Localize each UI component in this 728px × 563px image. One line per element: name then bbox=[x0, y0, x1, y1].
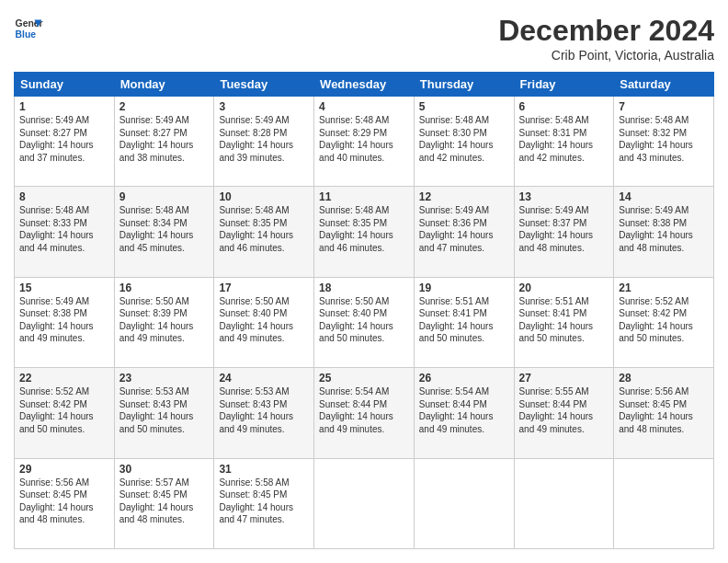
cell-content: Sunrise: 5:48 AMSunset: 8:33 PMDaylight:… bbox=[19, 204, 109, 254]
calendar-cell: 30Sunrise: 5:57 AMSunset: 8:45 PMDayligh… bbox=[114, 458, 214, 548]
cell-content: Sunrise: 5:49 AMSunset: 8:37 PMDaylight:… bbox=[519, 204, 609, 254]
calendar-cell: 28Sunrise: 5:56 AMSunset: 8:45 PMDayligh… bbox=[614, 368, 714, 458]
day-number: 31 bbox=[219, 463, 309, 476]
calendar-cell: 15Sunrise: 5:49 AMSunset: 8:38 PMDayligh… bbox=[15, 277, 115, 367]
day-number: 12 bbox=[419, 190, 509, 203]
calendar-cell: 25Sunrise: 5:54 AMSunset: 8:44 PMDayligh… bbox=[314, 368, 415, 458]
col-tuesday: Tuesday bbox=[214, 73, 314, 97]
calendar-cell: 6Sunrise: 5:48 AMSunset: 8:31 PMDaylight… bbox=[514, 97, 614, 187]
cell-content: Sunrise: 5:55 AMSunset: 8:44 PMDaylight:… bbox=[519, 385, 609, 435]
cell-content: Sunrise: 5:48 AMSunset: 8:34 PMDaylight:… bbox=[119, 204, 210, 254]
cell-content: Sunrise: 5:56 AMSunset: 8:45 PMDaylight:… bbox=[19, 477, 109, 526]
calendar-cell: 22Sunrise: 5:52 AMSunset: 8:42 PMDayligh… bbox=[15, 368, 115, 458]
cell-content: Sunrise: 5:49 AMSunset: 8:38 PMDaylight:… bbox=[19, 295, 109, 345]
calendar-cell: 29Sunrise: 5:56 AMSunset: 8:45 PMDayligh… bbox=[15, 458, 115, 548]
day-number: 17 bbox=[219, 282, 309, 294]
header: General Blue December 2024 Crib Point, V… bbox=[14, 14, 714, 63]
day-number: 27 bbox=[519, 372, 609, 385]
calendar-cell: 10Sunrise: 5:48 AMSunset: 8:35 PMDayligh… bbox=[214, 187, 314, 277]
month-title: December 2024 bbox=[498, 14, 714, 48]
svg-text:Blue: Blue bbox=[16, 29, 37, 40]
calendar-cell: 31Sunrise: 5:58 AMSunset: 8:45 PMDayligh… bbox=[214, 458, 314, 548]
calendar-cell: 4Sunrise: 5:48 AMSunset: 8:29 PMDaylight… bbox=[314, 97, 415, 187]
cell-content: Sunrise: 5:48 AMSunset: 8:32 PMDaylight:… bbox=[619, 114, 709, 164]
day-number: 14 bbox=[619, 190, 709, 203]
calendar-cell: 1Sunrise: 5:49 AMSunset: 8:27 PMDaylight… bbox=[15, 97, 115, 187]
col-thursday: Thursday bbox=[414, 73, 514, 97]
day-number: 22 bbox=[19, 372, 109, 385]
cell-content: Sunrise: 5:48 AMSunset: 8:35 PMDaylight:… bbox=[319, 204, 409, 254]
col-sunday: Sunday bbox=[15, 73, 115, 97]
cell-content: Sunrise: 5:52 AMSunset: 8:42 PMDaylight:… bbox=[19, 385, 109, 435]
cell-content: Sunrise: 5:50 AMSunset: 8:39 PMDaylight:… bbox=[119, 295, 210, 345]
cell-content: Sunrise: 5:52 AMSunset: 8:42 PMDaylight:… bbox=[619, 295, 709, 345]
calendar-cell: 19Sunrise: 5:51 AMSunset: 8:41 PMDayligh… bbox=[414, 277, 514, 367]
cell-content: Sunrise: 5:58 AMSunset: 8:45 PMDaylight:… bbox=[219, 477, 309, 526]
calendar-table: Sunday Monday Tuesday Wednesday Thursday… bbox=[14, 72, 714, 549]
day-number: 18 bbox=[319, 282, 409, 294]
calendar-cell: 20Sunrise: 5:51 AMSunset: 8:41 PMDayligh… bbox=[514, 277, 614, 367]
calendar-cell bbox=[514, 458, 614, 548]
day-number: 16 bbox=[119, 282, 210, 294]
day-number: 8 bbox=[19, 190, 109, 203]
day-number: 3 bbox=[219, 100, 309, 113]
day-number: 19 bbox=[419, 282, 509, 294]
cell-content: Sunrise: 5:50 AMSunset: 8:40 PMDaylight:… bbox=[219, 295, 309, 345]
calendar-cell: 13Sunrise: 5:49 AMSunset: 8:37 PMDayligh… bbox=[514, 187, 614, 277]
week-row-5: 29Sunrise: 5:56 AMSunset: 8:45 PMDayligh… bbox=[15, 458, 714, 548]
calendar-cell: 7Sunrise: 5:48 AMSunset: 8:32 PMDaylight… bbox=[614, 97, 714, 187]
cell-content: Sunrise: 5:54 AMSunset: 8:44 PMDaylight:… bbox=[419, 385, 509, 435]
day-number: 21 bbox=[619, 282, 709, 294]
day-number: 5 bbox=[419, 100, 509, 113]
cell-content: Sunrise: 5:56 AMSunset: 8:45 PMDaylight:… bbox=[619, 385, 709, 435]
day-number: 30 bbox=[119, 463, 210, 476]
col-friday: Friday bbox=[514, 73, 614, 97]
cell-content: Sunrise: 5:49 AMSunset: 8:27 PMDaylight:… bbox=[19, 114, 109, 164]
subtitle: Crib Point, Victoria, Australia bbox=[498, 48, 714, 63]
cell-content: Sunrise: 5:50 AMSunset: 8:40 PMDaylight:… bbox=[319, 295, 409, 345]
day-number: 24 bbox=[219, 372, 309, 385]
day-number: 13 bbox=[519, 190, 609, 203]
week-row-3: 15Sunrise: 5:49 AMSunset: 8:38 PMDayligh… bbox=[15, 277, 714, 367]
logo: General Blue bbox=[14, 14, 43, 43]
header-row: Sunday Monday Tuesday Wednesday Thursday… bbox=[15, 73, 714, 97]
day-number: 29 bbox=[19, 463, 109, 476]
day-number: 7 bbox=[619, 100, 709, 113]
calendar-cell: 9Sunrise: 5:48 AMSunset: 8:34 PMDaylight… bbox=[114, 187, 214, 277]
cell-content: Sunrise: 5:54 AMSunset: 8:44 PMDaylight:… bbox=[319, 385, 409, 435]
cell-content: Sunrise: 5:49 AMSunset: 8:36 PMDaylight:… bbox=[419, 204, 509, 254]
logo-icon: General Blue bbox=[14, 14, 43, 43]
cell-content: Sunrise: 5:49 AMSunset: 8:28 PMDaylight:… bbox=[219, 114, 309, 164]
day-number: 25 bbox=[319, 372, 409, 385]
day-number: 28 bbox=[619, 372, 709, 385]
day-number: 11 bbox=[319, 190, 409, 203]
calendar-cell: 5Sunrise: 5:48 AMSunset: 8:30 PMDaylight… bbox=[414, 97, 514, 187]
calendar-cell: 12Sunrise: 5:49 AMSunset: 8:36 PMDayligh… bbox=[414, 187, 514, 277]
calendar-cell bbox=[414, 458, 514, 548]
calendar-cell: 18Sunrise: 5:50 AMSunset: 8:40 PMDayligh… bbox=[314, 277, 415, 367]
calendar-cell bbox=[614, 458, 714, 548]
col-saturday: Saturday bbox=[614, 73, 714, 97]
calendar-cell: 21Sunrise: 5:52 AMSunset: 8:42 PMDayligh… bbox=[614, 277, 714, 367]
day-number: 26 bbox=[419, 372, 509, 385]
calendar-cell: 11Sunrise: 5:48 AMSunset: 8:35 PMDayligh… bbox=[314, 187, 415, 277]
cell-content: Sunrise: 5:51 AMSunset: 8:41 PMDaylight:… bbox=[419, 295, 509, 345]
day-number: 4 bbox=[319, 100, 409, 113]
calendar-cell: 2Sunrise: 5:49 AMSunset: 8:27 PMDaylight… bbox=[114, 97, 214, 187]
cell-content: Sunrise: 5:48 AMSunset: 8:31 PMDaylight:… bbox=[519, 114, 609, 164]
page: General Blue December 2024 Crib Point, V… bbox=[0, 0, 728, 563]
calendar-cell: 17Sunrise: 5:50 AMSunset: 8:40 PMDayligh… bbox=[214, 277, 314, 367]
cell-content: Sunrise: 5:49 AMSunset: 8:38 PMDaylight:… bbox=[619, 204, 709, 254]
title-block: December 2024 Crib Point, Victoria, Aust… bbox=[498, 14, 714, 63]
day-number: 15 bbox=[19, 282, 109, 294]
day-number: 23 bbox=[119, 372, 210, 385]
cell-content: Sunrise: 5:48 AMSunset: 8:30 PMDaylight:… bbox=[419, 114, 509, 164]
col-monday: Monday bbox=[114, 73, 214, 97]
calendar-cell: 23Sunrise: 5:53 AMSunset: 8:43 PMDayligh… bbox=[114, 368, 214, 458]
cell-content: Sunrise: 5:53 AMSunset: 8:43 PMDaylight:… bbox=[119, 385, 210, 435]
day-number: 20 bbox=[519, 282, 609, 294]
cell-content: Sunrise: 5:51 AMSunset: 8:41 PMDaylight:… bbox=[519, 295, 609, 345]
calendar-cell bbox=[314, 458, 415, 548]
week-row-2: 8Sunrise: 5:48 AMSunset: 8:33 PMDaylight… bbox=[15, 187, 714, 277]
week-row-1: 1Sunrise: 5:49 AMSunset: 8:27 PMDaylight… bbox=[15, 97, 714, 187]
